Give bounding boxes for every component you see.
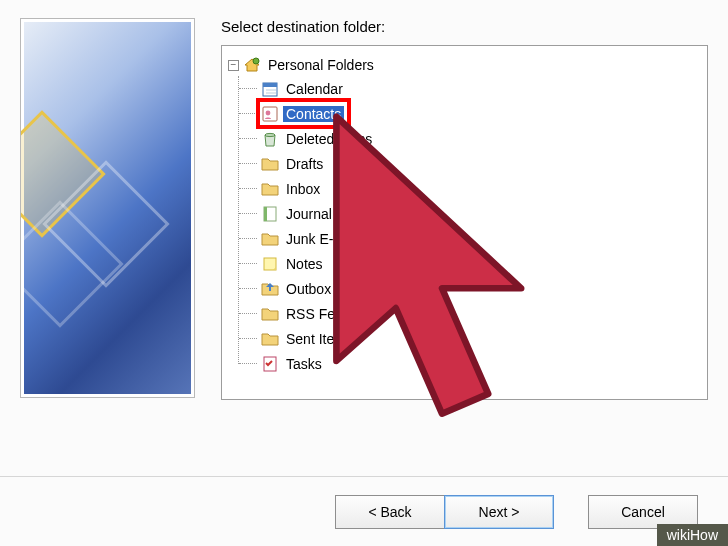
folder-icon (261, 230, 279, 248)
tree-item[interactable]: Tasks (239, 351, 701, 376)
folder-icon (261, 180, 279, 198)
tree-item[interactable]: Outbox (239, 276, 701, 301)
trash-icon (261, 130, 279, 148)
svg-point-0 (253, 58, 259, 64)
folder-tree-box: − Personal Folders CalendarContactsDelet… (221, 45, 708, 400)
tree-item[interactable]: Drafts (239, 151, 701, 176)
folder-icon (261, 305, 279, 323)
prompt-label: Select destination folder: (221, 18, 708, 35)
tree-item-label: Contacts (283, 106, 344, 122)
tree-item[interactable]: RSS Feeds (239, 301, 701, 326)
tree-root-label: Personal Folders (265, 57, 377, 73)
tree-item[interactable]: Deleted Items (239, 126, 701, 151)
tree-item-label: Inbox (283, 181, 323, 197)
next-button[interactable]: Next > (444, 495, 554, 529)
calendar-icon (261, 80, 279, 98)
tree-item[interactable]: Calendar (239, 76, 701, 101)
tree-item-label: Drafts (283, 156, 326, 172)
tree-item-label: RSS Feeds (283, 306, 361, 322)
tasks-icon (261, 355, 279, 373)
notes-icon (261, 255, 279, 273)
outbox-icon (261, 280, 279, 298)
tree-item-label: Calendar (283, 81, 346, 97)
watermark: wikiHow (657, 524, 728, 546)
collapse-icon[interactable]: − (228, 60, 239, 71)
tree-item[interactable]: Notes (239, 251, 701, 276)
tree-item-label: Junk E-mail (283, 231, 362, 247)
folder-icon (261, 330, 279, 348)
contacts-icon (261, 105, 279, 123)
tree-item-label: Outbox (283, 281, 334, 297)
tree-item[interactable]: Contacts (239, 101, 701, 126)
tree-item[interactable]: Inbox (239, 176, 701, 201)
home-icon (243, 56, 261, 74)
tree-item-label: Sent Items (283, 331, 356, 347)
tree-item-label: Journal (283, 206, 335, 222)
tree-item[interactable]: Journal (239, 201, 701, 226)
folder-tree[interactable]: − Personal Folders CalendarContactsDelet… (228, 54, 701, 376)
tree-item[interactable]: Junk E-mail (239, 226, 701, 251)
button-bar: < Back Next > Cancel (0, 476, 728, 546)
tree-item[interactable]: Sent Items (239, 326, 701, 351)
tree-root-row[interactable]: − Personal Folders (228, 54, 701, 76)
tree-item-label: Notes (283, 256, 326, 272)
content-panel: Select destination folder: − Personal Fo… (195, 18, 708, 466)
main-area: Select destination folder: − Personal Fo… (0, 0, 728, 476)
tree-item-label: Deleted Items (283, 131, 375, 147)
wizard-dialog: Select destination folder: − Personal Fo… (0, 0, 728, 546)
folder-icon (261, 155, 279, 173)
tree-item-label: Tasks (283, 356, 325, 372)
journal-icon (261, 205, 279, 223)
back-button[interactable]: < Back (335, 495, 445, 529)
wizard-sidebar-graphic (20, 18, 195, 398)
